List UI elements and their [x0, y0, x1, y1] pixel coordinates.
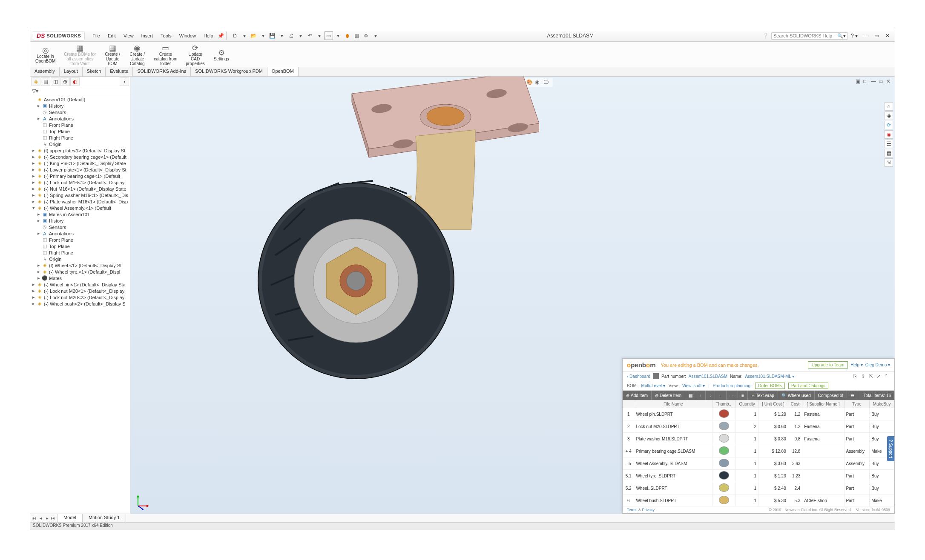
tree-item[interactable]: ▸◈(-) Wheel bush<2> (Default<_Display S [30, 300, 130, 307]
menu-view[interactable]: View [120, 32, 137, 40]
tree-item[interactable]: ◎Sensors [30, 224, 130, 230]
tree-item[interactable]: ▸▣History [30, 217, 130, 224]
column-header[interactable]: [ Supplier Name ] [802, 400, 844, 408]
first-icon[interactable]: ⏮ [31, 516, 37, 520]
monitor-icon[interactable]: 🖵 [543, 79, 550, 86]
tree-item[interactable]: ◫Front Plane [30, 237, 130, 243]
tree-item[interactable]: ▸◈(-) Lower plate<1> (Default<_Display S… [30, 166, 130, 173]
select-icon[interactable]: ▭ [325, 31, 333, 40]
tree-display-icon[interactable]: ▤ [41, 77, 50, 86]
tree-item[interactable]: ▸▣Mates in Assem101 [30, 211, 130, 217]
privacy-link[interactable]: Privacy [642, 508, 655, 512]
home-icon[interactable]: ⌂ [885, 102, 893, 111]
feature-tab-solidworks-workgroup-pdm[interactable]: SOLIDWORKS Workgroup PDM [191, 67, 267, 76]
column-header[interactable]: Type [844, 400, 870, 408]
undo-icon[interactable]: ↶ [306, 31, 314, 40]
copy-icon[interactable]: ⎘ [853, 373, 859, 379]
drop[interactable]: ▾ [315, 31, 324, 40]
globe-icon[interactable]: ◉ [885, 130, 893, 139]
tree-item[interactable]: ▸◈(-) Wheel pin<1> (Default<_Display Sta [30, 281, 130, 288]
up-button[interactable]: ↑ [696, 391, 706, 400]
column-header[interactable]: Cost [788, 400, 802, 408]
vp-tile-icon[interactable]: ▣ [856, 78, 862, 85]
drop[interactable]: ▾ [334, 31, 342, 40]
tree-expand-icon[interactable]: › [120, 77, 129, 86]
menu-window[interactable]: Window [176, 32, 199, 40]
production-planning[interactable]: Production planning: [713, 383, 752, 388]
minimize-button[interactable]: — [861, 32, 870, 40]
vp-single-icon[interactable]: □ [863, 78, 870, 85]
next-icon[interactable]: ▸ [44, 516, 50, 520]
openbom-table[interactable]: File NameThumb...Quantity[ Unit Cost ]Co… [623, 400, 894, 506]
help-link[interactable]: Help ▾ [850, 363, 862, 367]
help-search-input[interactable] [773, 33, 837, 38]
tree-item[interactable]: ◫Top Plane [30, 128, 130, 134]
help-icon[interactable]: ❔ [761, 31, 770, 40]
tree-item[interactable]: ▸◈(f) Wheel.<1> (Default<_Display St [30, 262, 130, 269]
grid-button[interactable]: ▦ [685, 391, 696, 400]
save-icon[interactable]: 💾 [268, 31, 277, 40]
close-button[interactable]: ✕ [883, 32, 892, 40]
upgrade-button[interactable]: Upgrade to Team [808, 361, 848, 369]
menu-help[interactable]: Help [200, 32, 217, 40]
table-row[interactable]: - 5Wheel Assembly..SLDASM1$ 3.633.63Asse… [623, 457, 894, 470]
drop[interactable]: ▾ [240, 31, 249, 40]
down-button[interactable]: ↓ [706, 391, 715, 400]
options-icon[interactable]: ▦ [353, 31, 361, 40]
drop[interactable]: ▾ [296, 31, 305, 40]
drop[interactable]: ▾ [843, 33, 846, 39]
tree-item[interactable]: ▸⚫Mates [30, 275, 130, 281]
column-header[interactable]: [ Unit Cost ] [758, 400, 788, 408]
column-header[interactable]: File Name [634, 400, 712, 408]
drop[interactable]: ▾ [371, 31, 380, 40]
user-menu[interactable]: Oleg Demo ▾ [865, 363, 890, 367]
feature-tab-sketch[interactable]: Sketch [83, 67, 106, 76]
tree-item[interactable]: ◎Sensors [30, 109, 130, 115]
feature-tab-openbom[interactable]: OpenBOM [267, 67, 299, 76]
prev-icon[interactable]: ◂ [37, 516, 43, 520]
feature-tab-solidworks-add-ins[interactable]: SOLIDWORKS Add-Ins [133, 67, 191, 76]
tree-item[interactable]: ▸◈(-) Spring washer M16<1> (Default<_Dis [30, 192, 130, 198]
align-button[interactable]: ≡ [738, 391, 748, 400]
terms-link[interactable]: Terms [627, 508, 638, 512]
tree-item[interactable]: ▸◈(-) Lock nut M16<1> (Default<_Display [30, 179, 130, 186]
3d-viewport[interactable]: 🔍 ⛶ ◫ ◈ ▦ ◐ 🎨 ◉ 🖵 ▣ □ — ▭ ✕ ⌂ ◈ ⟳ ◉ ☰ ▤ … [130, 77, 895, 514]
table-row[interactable]: 5.1Wheel tyre..SLDPRT1$ 1.231.23PartBuy [623, 470, 894, 482]
restore-button[interactable]: ▭ [872, 32, 881, 40]
help-search[interactable]: 🔍 ▾ [771, 32, 848, 40]
drop[interactable]: ▾ [278, 31, 286, 40]
table-row[interactable]: 2Lock nut M20.SLDPRT2$ 0.601.2FastenalPa… [623, 420, 894, 433]
help-dropdown[interactable]: ? ▾ [850, 32, 859, 40]
ribbon-create-[interactable]: ▦Create / Update BOM [102, 43, 123, 66]
rebuild-icon[interactable]: ⬮ [343, 31, 352, 40]
table-row[interactable]: 5.2Wheel..SLDPRT1$ 2.402.4PartBuy [623, 482, 894, 494]
doc-icon[interactable]: ▤ [885, 149, 893, 157]
pin-icon[interactable]: 📌 [217, 31, 225, 40]
tree-item[interactable]: ↳Origin [30, 141, 130, 147]
tree-item[interactable]: ◫Right Plane [30, 249, 130, 256]
tree-item[interactable]: ▸◈(-) Primary bearing cage<1> (Default [30, 173, 130, 179]
composed-of-button[interactable]: Composed of [815, 391, 847, 400]
ribbon-create[interactable]: ▭Create catalog from folder [151, 43, 180, 66]
vp-min-icon[interactable]: — [871, 78, 878, 85]
bottom-tab-model[interactable]: Model [57, 514, 83, 522]
ribbon-settings[interactable]: ⚙Settings [211, 43, 232, 66]
tree-config-icon[interactable]: ◈ [31, 77, 40, 86]
tree-target-icon[interactable]: ⊕ [60, 77, 70, 86]
ribbon-create-[interactable]: ◉Create / Update Catalog [126, 43, 148, 66]
menu-button[interactable]: ☰ [847, 391, 858, 400]
funnel-icon[interactable]: ▽▾ [32, 88, 38, 94]
tree-item[interactable]: ▸◈(f) upper plate<1> (Default<_Display S… [30, 147, 130, 154]
tree-item[interactable]: ◫Front Plane [30, 122, 130, 128]
tree-item[interactable]: ▸▣History [30, 103, 130, 109]
table-row[interactable]: 6Wheel bush.SLDPRT1$ 5.305.3ACME shopPar… [623, 494, 894, 506]
column-header[interactable]: Thumb... [712, 400, 736, 408]
where-used-button[interactable]: 🔍 Where used [778, 391, 815, 400]
list-icon[interactable]: ☰ [885, 140, 893, 148]
bom-type[interactable]: Multi-Level ▾ [641, 383, 665, 388]
feature-tab-layout[interactable]: Layout [60, 67, 83, 76]
menu-insert[interactable]: Insert [138, 32, 157, 40]
ribbon-update[interactable]: ⟳Update CAD properties [183, 43, 207, 66]
feature-tab-evaluate[interactable]: Evaluate [106, 67, 133, 76]
print-icon[interactable]: 🖨 [287, 31, 296, 40]
